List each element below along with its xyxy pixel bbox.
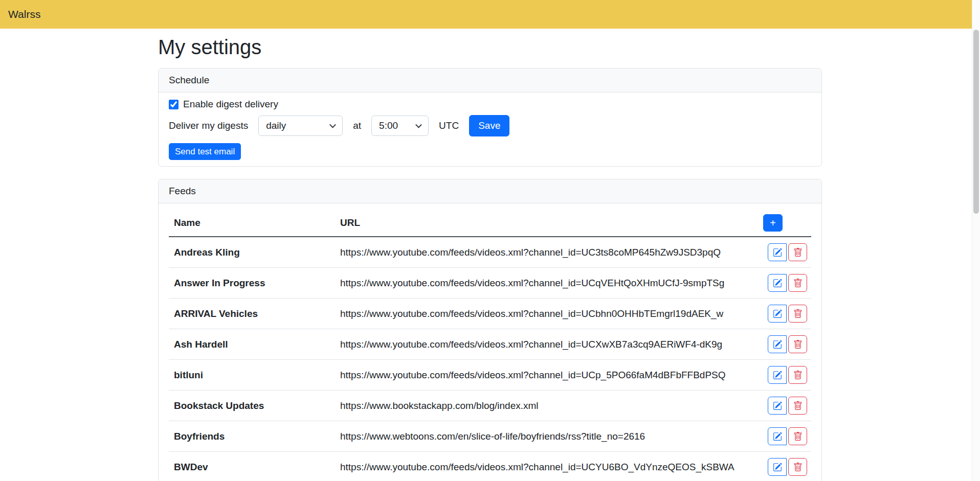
feeds-card-body: Name URL + Andreas Kling https://www.you… [159,203,821,481]
feed-name: Andreas Kling [169,237,335,268]
trash-icon [793,463,803,472]
trash-icon [793,279,803,288]
top-navbar: Walrss [0,0,980,29]
trash-icon [793,432,803,441]
time-select[interactable]: 5:00 [371,116,429,136]
feed-name: Bookstack Updates [169,391,335,421]
main-content: My settings Schedule Enable digest deliv… [158,29,822,481]
feed-url: https://www.youtube.com/feeds/videos.xml… [335,268,758,299]
feeds-card: Feeds Name URL + Andreas Kling https://w… [158,179,822,481]
enable-digest-row: Enable digest delivery [169,99,811,110]
feed-url: https://www.youtube.com/feeds/videos.xml… [335,360,758,391]
enable-digest-label: Enable digest delivery [183,99,278,110]
edit-feed-button[interactable] [768,397,787,415]
column-header-url: URL [335,210,758,237]
feed-actions [768,397,807,415]
edit-feed-button[interactable] [768,366,787,384]
pencil-square-icon [773,401,782,410]
trash-icon [793,340,803,349]
feed-row: bitluni https://www.youtube.com/feeds/vi… [169,360,811,391]
schedule-card-header: Schedule [159,68,821,93]
feed-actions [768,274,807,292]
feed-name: Ash Hardell [169,329,335,360]
feed-row: Andreas Kling https://www.youtube.com/fe… [169,237,811,268]
feed-name: BWDev [169,452,335,481]
edit-feed-button[interactable] [768,335,787,353]
column-header-name: Name [169,210,335,237]
feeds-card-header: Feeds [159,179,821,203]
feed-actions [768,243,807,261]
delete-feed-button[interactable] [788,397,807,415]
feed-actions [768,305,807,323]
feed-actions [768,366,807,384]
app-brand[interactable]: Walrss [8,8,40,20]
feed-url: https://www.bookstackapp.com/blog/index.… [335,391,758,421]
trash-icon [793,401,803,410]
trash-icon [793,371,803,380]
timezone-label: UTC [439,120,459,131]
send-test-email-button[interactable]: Send test email [169,143,241,160]
feed-row: Ash Hardell https://www.youtube.com/feed… [169,329,811,360]
edit-feed-button[interactable] [768,458,787,476]
feed-url: https://www.youtube.com/feeds/videos.xml… [335,452,758,481]
digest-schedule-row: Deliver my digests daily at 5:00 UTC Sav… [169,115,811,136]
feed-row: Bookstack Updates https://www.bookstacka… [169,391,811,421]
pencil-square-icon [773,248,782,257]
feed-row: Boyfriends https://www.webtoons.com/en/s… [169,421,811,452]
at-label: at [353,120,361,131]
enable-digest-checkbox[interactable] [169,100,179,109]
time-selected-value: 5:00 [379,120,398,131]
pencil-square-icon [773,279,782,288]
feed-name: Answer In Progress [169,268,335,299]
trash-icon [793,248,803,257]
edit-feed-button[interactable] [768,305,787,323]
trash-icon [793,309,803,318]
feed-url: https://www.youtube.com/feeds/videos.xml… [335,237,758,268]
feed-row: ARRIVAL Vehicles https://www.youtube.com… [169,299,811,329]
feed-actions [768,458,807,476]
add-feed-button[interactable]: + [763,214,783,232]
pencil-square-icon [773,463,782,472]
frequency-select[interactable]: daily [258,116,343,136]
page-title: My settings [158,36,822,59]
feeds-table-body: Andreas Kling https://www.youtube.com/fe… [169,237,811,481]
page-scrollbar[interactable] [972,0,980,481]
feed-row: Answer In Progress https://www.youtube.c… [169,268,811,299]
edit-feed-button[interactable] [768,427,787,445]
delete-feed-button[interactable] [788,366,807,384]
delete-feed-button[interactable] [788,274,807,292]
pencil-square-icon [773,432,782,441]
delete-feed-button[interactable] [788,458,807,476]
feed-actions [768,427,807,445]
feed-name: bitluni [169,360,335,391]
feed-url: https://www.youtube.com/feeds/videos.xml… [335,329,758,360]
delete-feed-button[interactable] [788,305,807,323]
schedule-card-body: Enable digest delivery Deliver my digest… [159,93,821,166]
chevron-down-icon [415,122,422,128]
feed-name: Boyfriends [169,421,335,452]
edit-feed-button[interactable] [768,274,787,292]
pencil-square-icon [773,309,782,318]
delete-feed-button[interactable] [788,335,807,353]
feed-url: https://www.youtube.com/feeds/videos.xml… [335,299,758,329]
save-button[interactable]: Save [469,115,509,136]
delete-feed-button[interactable] [788,243,807,261]
edit-feed-button[interactable] [768,243,787,261]
feed-actions [768,335,807,353]
pencil-square-icon [773,340,782,349]
schedule-card-title: Schedule [169,75,209,85]
delete-feed-button[interactable] [788,427,807,445]
scrollbar-thumb[interactable] [973,30,979,214]
chevron-down-icon [329,122,336,128]
deliver-label: Deliver my digests [169,120,248,131]
feed-name: ARRIVAL Vehicles [169,299,335,329]
frequency-selected-value: daily [266,120,286,131]
feeds-card-title: Feeds [169,186,196,196]
feeds-table: Name URL + Andreas Kling https://www.you… [169,210,811,481]
feeds-table-header: Name URL + [169,210,811,237]
feed-row: BWDev https://www.youtube.com/feeds/vide… [169,452,811,481]
pencil-square-icon [773,371,782,380]
feed-url: https://www.webtoons.com/en/slice-of-lif… [335,421,758,452]
schedule-card: Schedule Enable digest delivery Deliver … [158,68,822,167]
